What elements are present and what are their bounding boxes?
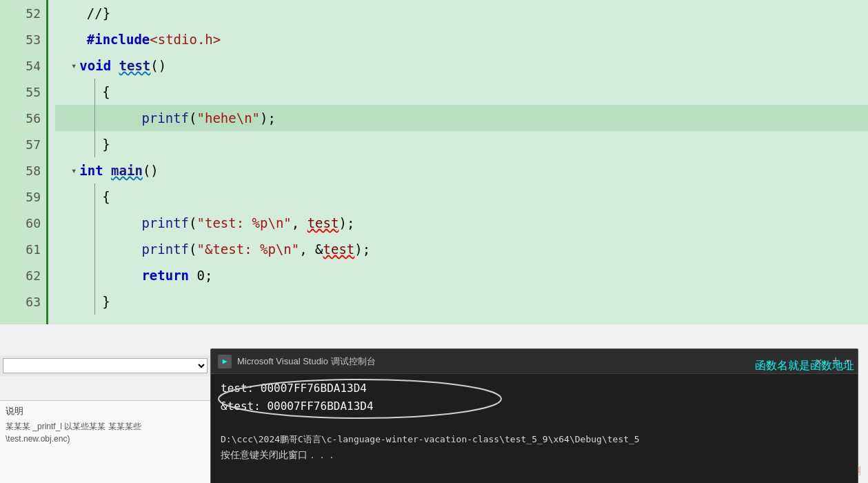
terminal-press-key: 按任意键关闭此窗口．．．	[221, 447, 848, 462]
code-line-53: #include<stdio.h>	[55, 26, 868, 52]
code-line-56: printf("hehe\n");	[55, 105, 868, 131]
indent-guide-60	[94, 210, 95, 236]
code-lines: //} #include<stdio.h> ▾void test() {	[48, 0, 868, 324]
code-line-52: //}	[55, 0, 868, 26]
terminal-title: Microsoft Visual Studio 调试控制台	[237, 355, 806, 368]
line-num-53: 53	[0, 26, 46, 52]
terminal-icon: ▶	[218, 355, 232, 368]
code-line-55: {	[55, 79, 868, 105]
dropdown-bar	[0, 355, 210, 376]
line-num-52: 52	[0, 0, 46, 26]
line-num-59: 59	[0, 184, 46, 210]
code-line-58: ▾int main()	[55, 157, 868, 184]
line-num-61: 61	[0, 236, 46, 262]
terminal-output-line2: &test: 00007FF76BDA13D4	[221, 397, 848, 415]
indent-guide-63	[94, 288, 95, 315]
collapse-arrow-58[interactable]: ▾	[71, 165, 77, 176]
line-num-56: 56	[0, 105, 46, 131]
terminal-content: test: 00007FF76BDA13D4 &test: 00007FF76B…	[211, 374, 858, 468]
line-num-62: 62	[0, 262, 46, 288]
code-line-62: return 0;	[55, 262, 868, 288]
collapse-arrow-54[interactable]: ▾	[71, 60, 77, 71]
line-num-57: 57	[0, 131, 46, 157]
code-line-57: }	[55, 131, 868, 157]
code-line-60: printf("test: %p\n", test);	[55, 210, 868, 236]
code-line-54: ▾void test()	[55, 52, 868, 79]
desc-title: 说明	[6, 405, 205, 417]
indent-guide-55	[94, 79, 95, 105]
indent-guide-62	[94, 262, 95, 288]
code-line-63: }	[55, 288, 868, 315]
indent-guide-57	[94, 131, 95, 157]
line-num-63: 63	[0, 288, 46, 315]
filter-dropdown[interactable]	[3, 358, 208, 373]
terminal-path: D:\ccc\2024鹏哥C语言\c-language-winter-vacat…	[221, 433, 848, 447]
code-line-59: {	[55, 184, 868, 210]
description-panel: 说明 某某某 _printf_l 以某些某某 某某某些 \test.new.ob…	[0, 400, 210, 483]
desc-content: 某某某 _printf_l 以某些某某 某某某些 \test.new.obj.e…	[6, 420, 205, 445]
terminal-output-line1: test: 00007FF76BDA13D4	[221, 379, 848, 397]
bottom-panel: ✕ 错误 0 ⚠ 警告 3 说明 某某某 _printf_l 以某些某某 某某某…	[0, 324, 868, 483]
code-editor: 52 53 54 55 56 57 58 59 60 61 62 63 //} …	[0, 0, 868, 324]
line-numbers: 52 53 54 55 56 57 58 59 60 61 62 63	[0, 0, 48, 324]
line-num-55: 55	[0, 79, 46, 105]
line-num-58: 58	[0, 157, 46, 184]
code-line-61: printf("&test: %p\n", &test);	[55, 236, 868, 262]
indent-guide-59	[94, 184, 95, 210]
indent-guide-56	[94, 105, 95, 131]
line-num-54: 54	[0, 52, 46, 79]
terminal-heading: 函数名就是函数地址	[755, 359, 854, 373]
line-num-60: 60	[0, 210, 46, 236]
indent-guide-61	[94, 236, 95, 262]
